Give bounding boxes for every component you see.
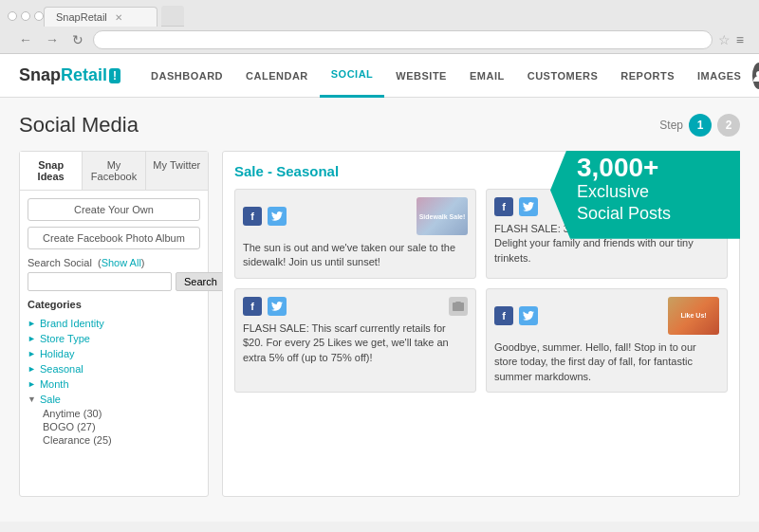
chevron-right-icon: ► [28, 334, 36, 343]
step-2-circle[interactable]: 2 [717, 114, 740, 137]
address-input[interactable] [93, 30, 713, 49]
browser-tab[interactable]: SnapRetail ✕ [44, 7, 157, 27]
bookmark-icon[interactable]: ☆ [718, 32, 731, 47]
show-all-link[interactable]: Show All [102, 257, 141, 268]
post-header-3: f [243, 297, 468, 316]
logo[interactable]: SnapRetail ! [19, 65, 120, 85]
promo-line1: Exclusive [577, 181, 731, 203]
search-row: Search [28, 272, 200, 291]
post-text-1: The sun is out and we've taken our sale … [243, 241, 468, 270]
post-header-1: f Sidewalk Sale! [243, 197, 468, 235]
refresh-button[interactable]: ↻ [68, 30, 87, 49]
category-sale[interactable]: ▼ Sale [28, 392, 200, 407]
create-your-own-button[interactable]: Create Your Own [28, 198, 200, 221]
page-header: Social Media Step 1 2 [19, 113, 740, 138]
promo-banner: 3,000+ Exclusive Social Posts [550, 151, 740, 239]
post-card-1[interactable]: f Sidewalk Sale! The sun is out and we'v… [234, 189, 476, 279]
post-thumbnail-4: Like Us! [668, 297, 719, 335]
camera-icon [449, 297, 468, 316]
logo-retail: Retail [61, 65, 107, 85]
menu-icon[interactable]: ≡ [736, 32, 744, 47]
nav-dashboard[interactable]: DASHBOARD [139, 54, 234, 98]
page-title: Social Media [19, 113, 139, 138]
post-social-icons-1: f [243, 207, 287, 226]
nav-customers[interactable]: CUSTOMERS [516, 54, 610, 98]
sidebar-body: Create Your Own Create Facebook Photo Al… [20, 191, 208, 454]
forward-button[interactable]: → [42, 30, 63, 49]
nav-social[interactable]: SOCIAL [320, 54, 385, 98]
post-header-4: f Like Us! [494, 297, 719, 335]
chevron-right-icon: ► [28, 349, 36, 358]
twitter-icon [519, 197, 538, 216]
nav-links: DASHBOARD CALENDAR SOCIAL WEBSITE EMAIL … [139, 54, 752, 98]
tab-my-facebook[interactable]: My Facebook [83, 152, 145, 190]
search-social-label: Search Social (Show All) [28, 257, 200, 268]
content-area: Sale - Seasonal f Si [222, 151, 740, 497]
post-thumbnail-1: Sidewalk Sale! [417, 197, 468, 235]
post-card-3[interactable]: f FLASH SALE: This scarf currently retai… [234, 288, 476, 393]
main-layout: Snap Ideas My Facebook My Twitter Create… [19, 151, 740, 497]
category-seasonal[interactable]: ► Seasonal [28, 361, 200, 376]
nav-email[interactable]: EMAIL [458, 54, 516, 98]
step-indicators: Step 1 2 [659, 114, 740, 137]
tab-title: SnapRetail [56, 11, 107, 23]
tab-bar: SnapRetail ✕ [8, 6, 751, 27]
post-social-icons-2: f [494, 197, 538, 216]
post-social-icons-3: f [243, 297, 287, 316]
tab-snap-ideas[interactable]: Snap Ideas [20, 152, 83, 190]
nav-reports[interactable]: REPORTS [609, 54, 686, 98]
chevron-down-icon: ▼ [28, 394, 36, 404]
step-label: Step [659, 119, 683, 132]
sale-clearance[interactable]: Clearance (25) [43, 433, 200, 447]
dot3 [34, 11, 44, 21]
facebook-icon: f [243, 297, 262, 316]
top-nav: SnapRetail ! DASHBOARD CALENDAR SOCIAL W… [0, 54, 759, 98]
category-holiday[interactable]: ► Holiday [28, 346, 200, 361]
post-card-4[interactable]: f Like Us! Goodbye, summer. Hello, fall!… [486, 288, 728, 393]
browser-controls [8, 11, 44, 21]
app: SnapRetail ! DASHBOARD CALENDAR SOCIAL W… [0, 54, 759, 522]
logo-badge: ! [109, 68, 120, 83]
facebook-icon: f [494, 306, 513, 325]
promo-number: 3,000+ [577, 155, 731, 181]
chevron-right-icon: ► [28, 319, 36, 328]
post-social-icons-4: f [494, 306, 538, 325]
sale-sub-items: Anytime (30) BOGO (27) Clearance (25) [28, 407, 200, 447]
back-button[interactable]: ← [15, 30, 36, 49]
create-facebook-album-button[interactable]: Create Facebook Photo Album [28, 227, 200, 249]
new-tab-icon[interactable] [161, 6, 184, 27]
twitter-icon [268, 297, 287, 316]
facebook-icon: f [494, 197, 513, 216]
facebook-icon: f [243, 207, 262, 226]
sidebar: Snap Ideas My Facebook My Twitter Create… [19, 151, 209, 497]
chevron-right-icon: ► [28, 364, 36, 374]
search-input[interactable] [28, 272, 172, 291]
twitter-icon [519, 306, 538, 325]
dot1 [8, 11, 17, 21]
post-text-4: Goodbye, summer. Hello, fall! Stop in to… [494, 340, 719, 384]
nav-website[interactable]: WEBSITE [384, 54, 458, 98]
user-avatar[interactable] [752, 63, 759, 89]
tab-my-twitter[interactable]: My Twitter [146, 152, 208, 190]
nav-calendar[interactable]: CALENDAR [234, 54, 320, 98]
logo-snap: Snap [19, 65, 61, 85]
category-month[interactable]: ► Month [28, 376, 200, 392]
dot2 [21, 11, 30, 21]
chevron-right-icon: ► [28, 379, 36, 389]
step-1-circle[interactable]: 1 [689, 114, 712, 137]
category-store-type[interactable]: ► Store Type [28, 331, 200, 346]
sale-anytime[interactable]: Anytime (30) [43, 407, 200, 420]
browser-chrome: SnapRetail ✕ ← → ↻ ☆ ≡ [0, 0, 759, 54]
search-button[interactable]: Search [176, 272, 226, 291]
twitter-icon [268, 207, 287, 226]
browser-address-bar: ← → ↻ ☆ ≡ [8, 27, 751, 53]
tab-close-icon[interactable]: ✕ [115, 12, 122, 23]
categories-label: Categories [28, 299, 200, 310]
category-brand-identity[interactable]: ► Brand Identity [28, 316, 200, 331]
page-content: Social Media Step 1 2 Snap Ideas My Face… [0, 98, 759, 522]
post-text-3: FLASH SALE: This scarf currently retails… [243, 321, 468, 365]
nav-images[interactable]: IMAGES [686, 54, 752, 98]
promo-line2: Social Posts [577, 203, 731, 225]
sale-bogo[interactable]: BOGO (27) [43, 420, 200, 433]
sidebar-tabs: Snap Ideas My Facebook My Twitter [20, 152, 208, 191]
